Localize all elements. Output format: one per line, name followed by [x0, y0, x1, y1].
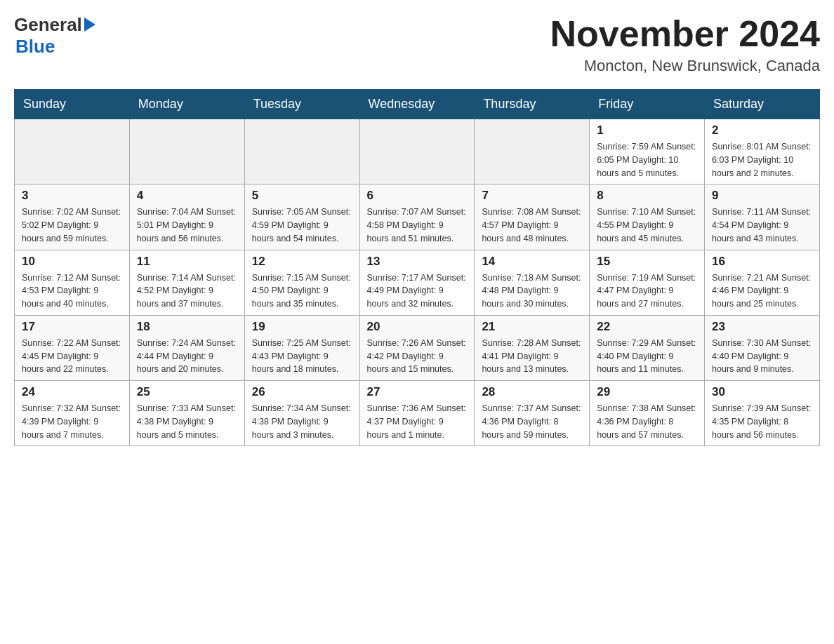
calendar-cell [244, 119, 359, 185]
day-info: Sunrise: 7:05 AM Sunset: 4:59 PM Dayligh… [252, 206, 352, 245]
month-title: November 2024 [550, 14, 820, 54]
day-number: 3 [22, 189, 122, 203]
title-section: November 2024 Moncton, New Brunswick, Ca… [550, 14, 820, 75]
day-info: Sunrise: 7:34 AM Sunset: 4:38 PM Dayligh… [252, 402, 352, 441]
logo-arrow-icon [84, 18, 95, 32]
calendar-cell [359, 119, 475, 185]
weekday-header-saturday: Saturday [705, 90, 820, 119]
day-info: Sunrise: 8:01 AM Sunset: 6:03 PM Dayligh… [712, 140, 812, 180]
calendar-cell: 30Sunrise: 7:39 AM Sunset: 4:35 PM Dayli… [705, 381, 820, 446]
calendar-cell: 27Sunrise: 7:36 AM Sunset: 4:37 PM Dayli… [359, 381, 475, 446]
calendar-cell: 22Sunrise: 7:29 AM Sunset: 4:40 PM Dayli… [590, 315, 705, 380]
calendar-cell: 8Sunrise: 7:10 AM Sunset: 4:55 PM Daylig… [590, 185, 705, 250]
logo-general-text: General [14, 14, 82, 36]
calendar-cell: 3Sunrise: 7:02 AM Sunset: 5:02 PM Daylig… [15, 185, 130, 250]
calendar-cell: 4Sunrise: 7:04 AM Sunset: 5:01 PM Daylig… [129, 185, 244, 250]
calendar-cell: 25Sunrise: 7:33 AM Sunset: 4:38 PM Dayli… [129, 381, 244, 446]
calendar-table: SundayMondayTuesdayWednesdayThursdayFrid… [14, 89, 820, 446]
calendar-cell: 12Sunrise: 7:15 AM Sunset: 4:50 PM Dayli… [244, 250, 359, 315]
day-number: 27 [367, 385, 468, 399]
weekday-header-tuesday: Tuesday [244, 90, 359, 119]
calendar-cell: 10Sunrise: 7:12 AM Sunset: 4:53 PM Dayli… [15, 250, 130, 315]
day-info: Sunrise: 7:11 AM Sunset: 4:54 PM Dayligh… [712, 206, 812, 245]
day-info: Sunrise: 7:26 AM Sunset: 4:42 PM Dayligh… [367, 337, 468, 376]
calendar-cell [475, 119, 590, 185]
day-number: 16 [712, 255, 812, 269]
day-info: Sunrise: 7:04 AM Sunset: 5:01 PM Dayligh… [137, 206, 237, 245]
week-row-5: 24Sunrise: 7:32 AM Sunset: 4:39 PM Dayli… [15, 381, 820, 446]
day-number: 25 [137, 385, 237, 399]
day-number: 15 [597, 255, 697, 269]
week-row-2: 3Sunrise: 7:02 AM Sunset: 5:02 PM Daylig… [15, 185, 820, 250]
day-number: 13 [367, 255, 468, 269]
day-number: 1 [597, 123, 697, 137]
calendar-cell: 28Sunrise: 7:37 AM Sunset: 4:36 PM Dayli… [475, 381, 590, 446]
day-number: 12 [252, 255, 352, 269]
weekday-header-thursday: Thursday [475, 90, 590, 119]
day-info: Sunrise: 7:17 AM Sunset: 4:49 PM Dayligh… [367, 271, 468, 311]
calendar-cell: 15Sunrise: 7:19 AM Sunset: 4:47 PM Dayli… [590, 250, 705, 315]
day-number: 14 [482, 255, 582, 269]
calendar-cell [129, 119, 244, 185]
week-row-4: 17Sunrise: 7:22 AM Sunset: 4:45 PM Dayli… [15, 315, 820, 380]
day-number: 17 [22, 320, 122, 334]
day-number: 11 [137, 255, 237, 269]
day-info: Sunrise: 7:14 AM Sunset: 4:52 PM Dayligh… [137, 271, 237, 311]
day-info: Sunrise: 7:24 AM Sunset: 4:44 PM Dayligh… [137, 337, 237, 376]
calendar-cell: 18Sunrise: 7:24 AM Sunset: 4:44 PM Dayli… [129, 315, 244, 380]
week-row-3: 10Sunrise: 7:12 AM Sunset: 4:53 PM Dayli… [15, 250, 820, 315]
day-info: Sunrise: 7:37 AM Sunset: 4:36 PM Dayligh… [482, 402, 582, 441]
calendar-cell: 9Sunrise: 7:11 AM Sunset: 4:54 PM Daylig… [705, 185, 820, 250]
day-number: 8 [597, 189, 697, 203]
weekday-header-monday: Monday [129, 90, 244, 119]
location-text: Moncton, New Brunswick, Canada [550, 57, 820, 75]
day-info: Sunrise: 7:30 AM Sunset: 4:40 PM Dayligh… [712, 337, 812, 376]
day-number: 18 [137, 320, 237, 334]
calendar-cell: 17Sunrise: 7:22 AM Sunset: 4:45 PM Dayli… [15, 315, 130, 380]
day-info: Sunrise: 7:29 AM Sunset: 4:40 PM Dayligh… [597, 337, 697, 376]
day-info: Sunrise: 7:10 AM Sunset: 4:55 PM Dayligh… [597, 206, 697, 245]
calendar-cell: 13Sunrise: 7:17 AM Sunset: 4:49 PM Dayli… [359, 250, 475, 315]
calendar-cell: 19Sunrise: 7:25 AM Sunset: 4:43 PM Dayli… [244, 315, 359, 380]
weekday-header-wednesday: Wednesday [359, 90, 475, 119]
calendar-cell: 16Sunrise: 7:21 AM Sunset: 4:46 PM Dayli… [705, 250, 820, 315]
day-info: Sunrise: 7:18 AM Sunset: 4:48 PM Dayligh… [482, 271, 582, 311]
day-info: Sunrise: 7:21 AM Sunset: 4:46 PM Dayligh… [712, 271, 812, 311]
calendar-cell: 5Sunrise: 7:05 AM Sunset: 4:59 PM Daylig… [244, 185, 359, 250]
day-info: Sunrise: 7:28 AM Sunset: 4:41 PM Dayligh… [482, 337, 582, 376]
day-number: 23 [712, 320, 812, 334]
calendar-cell: 26Sunrise: 7:34 AM Sunset: 4:38 PM Dayli… [244, 381, 359, 446]
day-info: Sunrise: 7:15 AM Sunset: 4:50 PM Dayligh… [252, 271, 352, 311]
calendar-cell: 23Sunrise: 7:30 AM Sunset: 4:40 PM Dayli… [705, 315, 820, 380]
day-number: 7 [482, 189, 582, 203]
calendar-cell: 14Sunrise: 7:18 AM Sunset: 4:48 PM Dayli… [475, 250, 590, 315]
day-info: Sunrise: 7:33 AM Sunset: 4:38 PM Dayligh… [137, 402, 237, 441]
calendar-cell: 29Sunrise: 7:38 AM Sunset: 4:36 PM Dayli… [590, 381, 705, 446]
calendar-cell: 6Sunrise: 7:07 AM Sunset: 4:58 PM Daylig… [359, 185, 475, 250]
day-info: Sunrise: 7:38 AM Sunset: 4:36 PM Dayligh… [597, 402, 697, 441]
day-info: Sunrise: 7:02 AM Sunset: 5:02 PM Dayligh… [22, 206, 122, 245]
day-number: 28 [482, 385, 582, 399]
weekday-header-row: SundayMondayTuesdayWednesdayThursdayFrid… [15, 90, 820, 119]
day-number: 26 [252, 385, 352, 399]
day-number: 6 [367, 189, 468, 203]
calendar-cell: 11Sunrise: 7:14 AM Sunset: 4:52 PM Dayli… [129, 250, 244, 315]
day-number: 21 [482, 320, 582, 334]
calendar-cell: 2Sunrise: 8:01 AM Sunset: 6:03 PM Daylig… [705, 119, 820, 185]
week-row-1: 1Sunrise: 7:59 AM Sunset: 6:05 PM Daylig… [15, 119, 820, 185]
day-number: 9 [712, 189, 812, 203]
calendar-cell: 20Sunrise: 7:26 AM Sunset: 4:42 PM Dayli… [359, 315, 475, 380]
day-number: 22 [597, 320, 697, 334]
day-number: 10 [22, 255, 122, 269]
day-info: Sunrise: 7:07 AM Sunset: 4:58 PM Dayligh… [367, 206, 468, 245]
page-header: General Blue November 2024 Moncton, New … [14, 14, 820, 75]
day-number: 19 [252, 320, 352, 334]
day-number: 24 [22, 385, 122, 399]
logo-blue-text: Blue [15, 36, 55, 58]
day-number: 20 [367, 320, 468, 334]
weekday-header-friday: Friday [590, 90, 705, 119]
logo: General Blue [14, 14, 95, 58]
day-info: Sunrise: 7:25 AM Sunset: 4:43 PM Dayligh… [252, 337, 352, 376]
day-info: Sunrise: 7:12 AM Sunset: 4:53 PM Dayligh… [22, 271, 122, 311]
day-info: Sunrise: 7:59 AM Sunset: 6:05 PM Dayligh… [597, 140, 697, 180]
